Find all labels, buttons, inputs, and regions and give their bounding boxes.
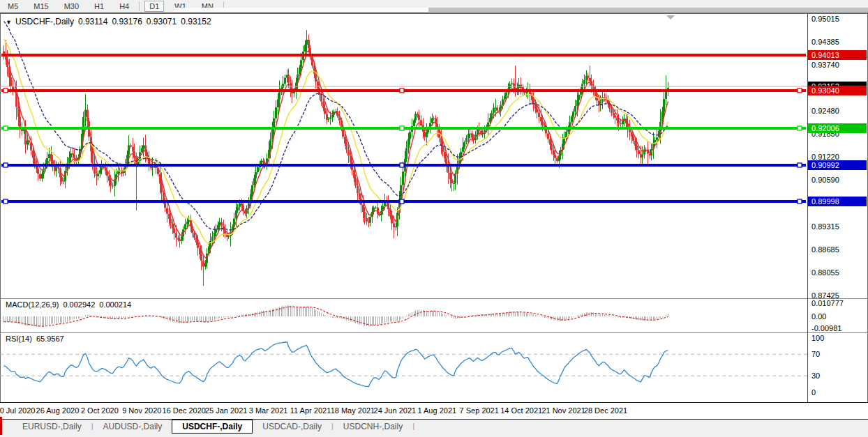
price-badge-text: 0.92006: [811, 124, 839, 132]
hline-handle[interactable]: [400, 199, 404, 204]
date-label: 16 Dec 2020: [163, 406, 206, 415]
price-axis-tick: 0.95015: [811, 15, 839, 23]
hline-handle[interactable]: [400, 89, 404, 93]
rsi-value: 65.9567: [36, 335, 64, 343]
timeframe-button-h1[interactable]: H1: [89, 1, 109, 12]
macd-axis-tick: 0.00: [811, 312, 826, 321]
hline-handle[interactable]: [400, 163, 404, 167]
date-label: 1 Aug 2021: [417, 406, 456, 415]
rsi-indicator-label: RSI(14)65.9567: [6, 335, 64, 343]
rsi-axis-tick: 70: [811, 350, 820, 358]
symbol-tab-usdcad[interactable]: USDCAD-,Daily: [253, 420, 331, 433]
macd-indicator-label: MACD(12,26,9)0.0029420.000214: [6, 300, 131, 309]
date-label: 28 Dec 2021: [584, 406, 627, 415]
chart-title-collapse-icon[interactable]: ▼: [6, 19, 12, 26]
macd-axis-tick: 0.010777: [811, 299, 844, 307]
date-label: 14 Oct 2021: [500, 406, 542, 415]
timeframe-button-d1[interactable]: D1: [144, 1, 164, 12]
hline-handle[interactable]: [400, 126, 404, 130]
symbol-tab-bar: EURUSD-,Daily|AUDUSD-,DailyUSDCHF-,Daily…: [0, 419, 868, 437]
date-label: 3 Mar 2021: [249, 406, 288, 415]
chart-symbol-label: USDCHF-,Daily: [15, 17, 74, 26]
ohlc-close: 0.93152: [181, 17, 211, 26]
date-label: 18 May 2021: [331, 406, 375, 415]
date-label: 21 Nov 2021: [541, 406, 585, 415]
date-label: 24 Jun 2021: [374, 406, 417, 415]
macd-axis-tick: -0.00981: [811, 324, 841, 332]
hline-handle[interactable]: [798, 126, 802, 130]
timeframe-button-m5[interactable]: M5: [3, 1, 23, 12]
rsi-axis-tick: 100: [811, 334, 824, 342]
price-axis-tick: 0.87425: [811, 291, 839, 300]
date-label: 20 Jul 2020: [0, 406, 35, 415]
price-badge-text: 0.94013: [811, 51, 839, 59]
price-axis-tick: 0.89315: [811, 222, 839, 231]
hline-handle[interactable]: [798, 89, 802, 93]
rsi-axis-tick: 0: [811, 388, 816, 397]
date-label: 11 Apr 2021: [290, 406, 331, 415]
toolbar-separator: [139, 1, 140, 11]
price-axis-tick: 0.91220: [811, 153, 839, 161]
hline-handle[interactable]: [3, 199, 8, 204]
ohlc-high: 0.93176: [112, 17, 142, 26]
price-axis-tick: 0.88685: [811, 245, 839, 254]
price-axis-tick: 0.94385: [811, 38, 839, 46]
timeframe-button-m30[interactable]: M30: [59, 1, 84, 12]
date-label: 26 Aug 2020: [36, 406, 80, 415]
tab-separator: |: [412, 422, 414, 430]
hline-handle[interactable]: [3, 89, 8, 93]
hline-handle[interactable]: [3, 163, 8, 167]
window-edge-marker: [0, 417, 2, 435]
price-axis-tick: 0.88055: [811, 268, 839, 277]
macd-name: MACD(12,26,9): [6, 300, 59, 309]
chart-canvas[interactable]: 0.950150.943850.937400.924800.918500.912…: [0, 0, 868, 437]
symbol-tab-audusd[interactable]: AUDUSD-,Daily: [93, 420, 172, 433]
chart-title: ▼USDCHF-,Daily0.931140.931760.930710.931…: [6, 17, 211, 26]
macd-main-value: 0.002942: [63, 300, 95, 309]
trading-terminal-window: 0.950150.943850.937400.924800.918500.912…: [0, 0, 868, 437]
symbol-tab-usdchf[interactable]: USDCHF-,Daily: [172, 420, 253, 434]
chart-hscrollbar-track[interactable]: [174, 8, 868, 12]
time-axis[interactable]: 20 Jul 202026 Aug 20202 Oct 20209 Nov 20…: [0, 403, 868, 419]
ohlc-low: 0.93071: [147, 17, 177, 26]
symbol-tab-usdcnh[interactable]: USDCNH-,Daily: [334, 420, 412, 433]
price-badge-text: 0.90992: [811, 161, 839, 169]
chart-hscrollbar-thumb[interactable]: [428, 8, 868, 12]
price-axis-tick: 0.93740: [811, 61, 839, 69]
chart-frame: [1, 14, 868, 403]
macd-signal-value: 0.000214: [99, 300, 131, 309]
date-label: 9 Nov 2020: [122, 406, 161, 415]
timeframe-button-h4[interactable]: H4: [114, 1, 134, 12]
price-badge-text: 0.89998: [811, 197, 839, 206]
price-badge-text: 0.93040: [811, 86, 839, 95]
rsi-name: RSI(14): [6, 335, 32, 343]
price-axis-tick: 0.90590: [811, 176, 839, 184]
date-label: 7 Sep 2021: [460, 406, 499, 415]
hline-handle[interactable]: [798, 199, 802, 204]
price-axis-tick: 0.92480: [811, 107, 839, 115]
ohlc-open: 0.93114: [78, 17, 108, 26]
hline-handle[interactable]: [3, 126, 8, 130]
hline-handle[interactable]: [798, 163, 802, 167]
rsi-axis-tick: 30: [811, 371, 820, 380]
date-label: 2 Oct 2020: [81, 406, 119, 415]
date-label: 25 Jan 2021: [205, 406, 248, 415]
timeframe-button-m15[interactable]: M15: [29, 1, 53, 12]
symbol-tab-eurusd[interactable]: EURUSD-,Daily: [13, 420, 91, 433]
